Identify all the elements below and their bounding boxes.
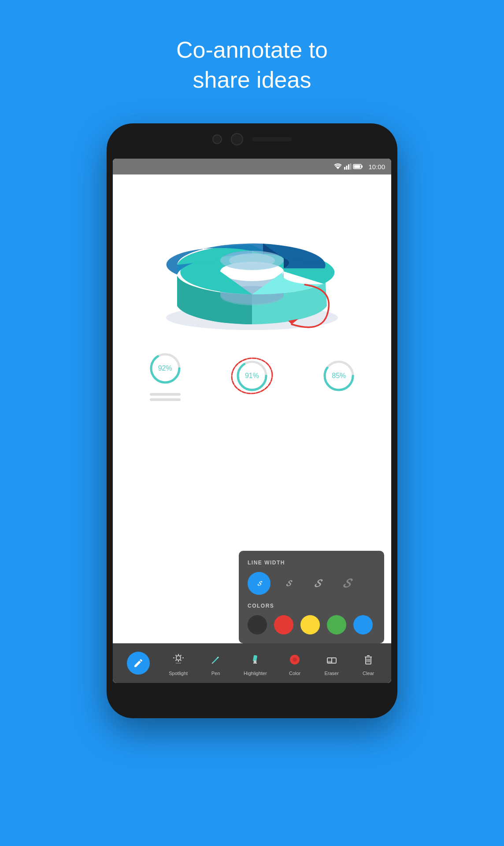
signal-icon [344, 163, 351, 170]
line-width-btn-2[interactable]: 𝓢 [277, 572, 300, 595]
colors-label: COLORS [248, 603, 375, 609]
eraser-label: Eraser [324, 671, 338, 676]
clear-icon [362, 653, 374, 666]
pen-tool-icon [210, 653, 222, 666]
status-bar: 10:00 [113, 159, 391, 174]
line-width-icon-1: 𝓢 [257, 580, 261, 587]
svg-marker-0 [336, 167, 340, 169]
spotlight-label: Spotlight [169, 671, 188, 676]
stat-item-85: 85% [321, 358, 356, 393]
line-width-icon-3: 𝓢 [314, 577, 321, 590]
svg-rect-2 [346, 166, 348, 170]
pen-icon [133, 658, 144, 668]
donut-chart-svg [151, 188, 353, 338]
battery-icon [353, 164, 363, 169]
color-btn-blue[interactable] [353, 615, 373, 634]
header-title: Co-annotate to share ideas [0, 35, 504, 95]
tool-pen[interactable]: Pen [203, 648, 229, 679]
color-icon [289, 653, 301, 666]
svg-rect-6 [362, 166, 363, 168]
clear-icon-wrap [359, 651, 377, 668]
stat-bar-1 [150, 393, 181, 396]
line-width-icon-4: 𝓢 [343, 576, 350, 591]
svg-line-26 [180, 660, 181, 660]
status-icons [334, 163, 363, 170]
ring-92: 92% [148, 351, 183, 386]
color-options [248, 615, 375, 634]
tool-color[interactable]: Color [282, 648, 308, 679]
tool-pen-active[interactable] [122, 649, 154, 677]
clear-label: Clear [363, 671, 374, 676]
camera-dot-main [231, 133, 243, 145]
stat-value-85: 85% [332, 372, 346, 380]
tool-eraser[interactable]: Eraser [319, 648, 345, 679]
red-circle-annotation [229, 355, 275, 397]
stat-bars-92 [150, 393, 181, 401]
svg-point-17 [230, 356, 274, 396]
highlighter-icon-wrap [246, 651, 264, 668]
line-width-panel: LINE WIDTH 𝓢 𝓢 𝓢 [239, 551, 384, 643]
camera-dot-small [212, 134, 222, 144]
header-section: Co-annotate to share ideas [0, 0, 504, 95]
svg-point-35 [293, 657, 297, 662]
phone-body: 10:00 [107, 123, 397, 718]
spotlight-icon [172, 653, 185, 666]
line-width-options: 𝓢 𝓢 𝓢 𝓢 [248, 572, 375, 595]
stat-bar-2 [150, 398, 181, 401]
tool-highlighter[interactable]: Highlighter [239, 648, 271, 679]
svg-point-11 [229, 253, 275, 267]
phone-screen: 10:00 [113, 159, 391, 683]
line-width-btn-1[interactable]: 𝓢 [248, 572, 271, 595]
svg-line-25 [175, 655, 176, 656]
highlighter-icon [249, 653, 261, 666]
stat-item-92: 92% [148, 351, 183, 401]
pen-tool-label: Pen [211, 671, 220, 676]
bottom-toolbar: Spotlight Pen [113, 643, 391, 683]
content-area: 92% [113, 174, 391, 643]
svg-rect-38 [327, 661, 332, 663]
color-btn-yellow[interactable] [300, 615, 320, 634]
line-width-btn-3[interactable]: 𝓢 [306, 572, 329, 595]
svg-rect-7 [354, 165, 360, 168]
svg-point-20 [176, 656, 181, 660]
ring-91: 91% [234, 358, 270, 393]
tool-spotlight[interactable]: Spotlight [164, 648, 192, 679]
stat-value-92: 92% [158, 364, 172, 372]
speaker-slot [252, 137, 292, 141]
highlighter-label: Highlighter [244, 671, 267, 676]
tool-clear[interactable]: Clear [355, 648, 382, 679]
color-btn-black[interactable] [248, 615, 267, 634]
spotlight-icon-wrap [170, 651, 187, 668]
color-btn-green[interactable] [327, 615, 346, 634]
color-label: Color [289, 671, 300, 676]
eraser-icon [326, 653, 338, 666]
stats-row: 92% [113, 346, 391, 405]
phone-device: 10:00 [107, 123, 397, 740]
svg-rect-1 [344, 167, 345, 170]
line-width-btn-4[interactable]: 𝓢 [335, 572, 358, 595]
svg-rect-32 [254, 660, 257, 663]
svg-line-28 [175, 660, 176, 660]
color-icon-wrap [286, 651, 304, 668]
chart-area [113, 174, 391, 342]
color-btn-red[interactable] [274, 615, 293, 634]
ring-85: 85% [321, 358, 356, 393]
page-background: Co-annotate to share ideas [0, 0, 504, 95]
pen-label-icon-wrap [207, 651, 225, 668]
svg-rect-4 [350, 163, 352, 170]
line-width-label: LINE WIDTH [248, 560, 375, 566]
stat-item-91: 91% [234, 358, 270, 393]
line-width-icon-2: 𝓢 [286, 579, 291, 588]
status-time: 10:00 [368, 163, 385, 171]
svg-rect-3 [348, 164, 349, 170]
wifi-icon [334, 163, 342, 170]
svg-line-27 [180, 655, 181, 656]
eraser-icon-wrap [323, 651, 341, 668]
pen-active-icon-wrap [127, 652, 150, 675]
